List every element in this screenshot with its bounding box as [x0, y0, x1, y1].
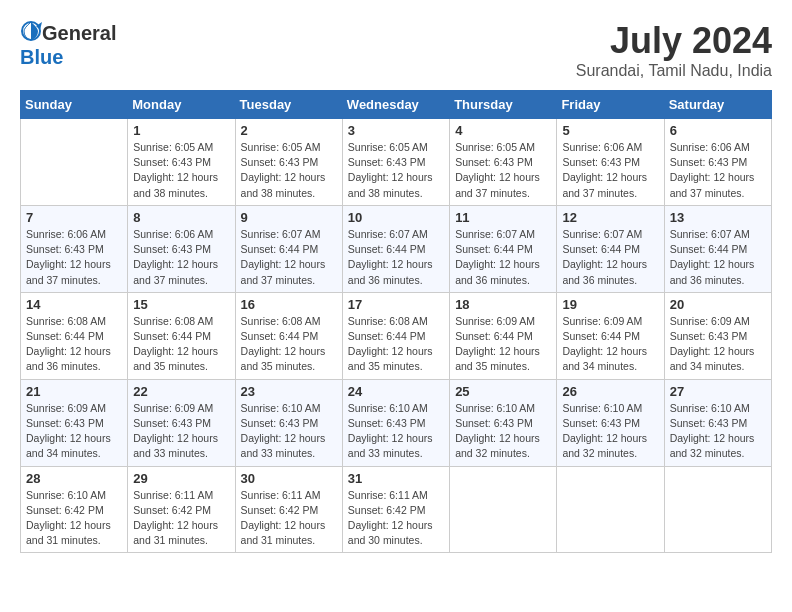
- logo-blue-text: Blue: [20, 46, 63, 69]
- page-header: General Blue July 2024 Surandai, Tamil N…: [20, 20, 772, 80]
- logo: General Blue: [20, 20, 116, 69]
- day-info: Sunrise: 6:09 AMSunset: 6:44 PMDaylight:…: [455, 314, 551, 375]
- title-area: July 2024 Surandai, Tamil Nadu, India: [576, 20, 772, 80]
- day-info: Sunrise: 6:10 AMSunset: 6:43 PMDaylight:…: [562, 401, 658, 462]
- calendar-cell: 19Sunrise: 6:09 AMSunset: 6:44 PMDayligh…: [557, 292, 664, 379]
- calendar-cell: 17Sunrise: 6:08 AMSunset: 6:44 PMDayligh…: [342, 292, 449, 379]
- calendar-cell: 4Sunrise: 6:05 AMSunset: 6:43 PMDaylight…: [450, 119, 557, 206]
- calendar-cell: 26Sunrise: 6:10 AMSunset: 6:43 PMDayligh…: [557, 379, 664, 466]
- calendar-week-4: 21Sunrise: 6:09 AMSunset: 6:43 PMDayligh…: [21, 379, 772, 466]
- day-number: 14: [26, 297, 122, 312]
- day-number: 20: [670, 297, 766, 312]
- calendar-cell: 10Sunrise: 6:07 AMSunset: 6:44 PMDayligh…: [342, 205, 449, 292]
- calendar-cell: 12Sunrise: 6:07 AMSunset: 6:44 PMDayligh…: [557, 205, 664, 292]
- calendar-cell: 22Sunrise: 6:09 AMSunset: 6:43 PMDayligh…: [128, 379, 235, 466]
- weekday-header-sunday: Sunday: [21, 91, 128, 119]
- calendar-cell: 9Sunrise: 6:07 AMSunset: 6:44 PMDaylight…: [235, 205, 342, 292]
- day-info: Sunrise: 6:05 AMSunset: 6:43 PMDaylight:…: [241, 140, 337, 201]
- day-number: 4: [455, 123, 551, 138]
- day-info: Sunrise: 6:08 AMSunset: 6:44 PMDaylight:…: [241, 314, 337, 375]
- day-info: Sunrise: 6:05 AMSunset: 6:43 PMDaylight:…: [133, 140, 229, 201]
- calendar-cell: 23Sunrise: 6:10 AMSunset: 6:43 PMDayligh…: [235, 379, 342, 466]
- calendar-cell: 14Sunrise: 6:08 AMSunset: 6:44 PMDayligh…: [21, 292, 128, 379]
- calendar-cell: 3Sunrise: 6:05 AMSunset: 6:43 PMDaylight…: [342, 119, 449, 206]
- day-number: 10: [348, 210, 444, 225]
- calendar-cell: 28Sunrise: 6:10 AMSunset: 6:42 PMDayligh…: [21, 466, 128, 553]
- day-number: 28: [26, 471, 122, 486]
- day-number: 15: [133, 297, 229, 312]
- day-number: 12: [562, 210, 658, 225]
- day-number: 11: [455, 210, 551, 225]
- day-info: Sunrise: 6:06 AMSunset: 6:43 PMDaylight:…: [562, 140, 658, 201]
- day-number: 19: [562, 297, 658, 312]
- day-number: 3: [348, 123, 444, 138]
- day-number: 16: [241, 297, 337, 312]
- day-info: Sunrise: 6:11 AMSunset: 6:42 PMDaylight:…: [241, 488, 337, 549]
- calendar-cell: 6Sunrise: 6:06 AMSunset: 6:43 PMDaylight…: [664, 119, 771, 206]
- day-number: 18: [455, 297, 551, 312]
- day-info: Sunrise: 6:09 AMSunset: 6:43 PMDaylight:…: [670, 314, 766, 375]
- calendar-cell: 21Sunrise: 6:09 AMSunset: 6:43 PMDayligh…: [21, 379, 128, 466]
- calendar-cell: 24Sunrise: 6:10 AMSunset: 6:43 PMDayligh…: [342, 379, 449, 466]
- calendar-cell: [664, 466, 771, 553]
- day-info: Sunrise: 6:06 AMSunset: 6:43 PMDaylight:…: [26, 227, 122, 288]
- logo-icon: [20, 20, 42, 46]
- calendar-cell: 1Sunrise: 6:05 AMSunset: 6:43 PMDaylight…: [128, 119, 235, 206]
- calendar-cell: 29Sunrise: 6:11 AMSunset: 6:42 PMDayligh…: [128, 466, 235, 553]
- day-info: Sunrise: 6:10 AMSunset: 6:42 PMDaylight:…: [26, 488, 122, 549]
- day-info: Sunrise: 6:10 AMSunset: 6:43 PMDaylight:…: [670, 401, 766, 462]
- calendar-cell: 15Sunrise: 6:08 AMSunset: 6:44 PMDayligh…: [128, 292, 235, 379]
- day-info: Sunrise: 6:06 AMSunset: 6:43 PMDaylight:…: [670, 140, 766, 201]
- day-info: Sunrise: 6:08 AMSunset: 6:44 PMDaylight:…: [26, 314, 122, 375]
- calendar-week-1: 1Sunrise: 6:05 AMSunset: 6:43 PMDaylight…: [21, 119, 772, 206]
- day-number: 27: [670, 384, 766, 399]
- day-number: 17: [348, 297, 444, 312]
- calendar-cell: 7Sunrise: 6:06 AMSunset: 6:43 PMDaylight…: [21, 205, 128, 292]
- day-number: 8: [133, 210, 229, 225]
- day-info: Sunrise: 6:07 AMSunset: 6:44 PMDaylight:…: [670, 227, 766, 288]
- calendar-cell: 16Sunrise: 6:08 AMSunset: 6:44 PMDayligh…: [235, 292, 342, 379]
- calendar-cell: [450, 466, 557, 553]
- weekday-header-friday: Friday: [557, 91, 664, 119]
- day-info: Sunrise: 6:05 AMSunset: 6:43 PMDaylight:…: [455, 140, 551, 201]
- calendar-cell: 18Sunrise: 6:09 AMSunset: 6:44 PMDayligh…: [450, 292, 557, 379]
- day-info: Sunrise: 6:05 AMSunset: 6:43 PMDaylight:…: [348, 140, 444, 201]
- weekday-header-thursday: Thursday: [450, 91, 557, 119]
- weekday-header-monday: Monday: [128, 91, 235, 119]
- day-number: 24: [348, 384, 444, 399]
- day-info: Sunrise: 6:10 AMSunset: 6:43 PMDaylight:…: [348, 401, 444, 462]
- calendar-table: SundayMondayTuesdayWednesdayThursdayFrid…: [20, 90, 772, 553]
- calendar-cell: [21, 119, 128, 206]
- day-info: Sunrise: 6:07 AMSunset: 6:44 PMDaylight:…: [455, 227, 551, 288]
- calendar-cell: 20Sunrise: 6:09 AMSunset: 6:43 PMDayligh…: [664, 292, 771, 379]
- day-number: 25: [455, 384, 551, 399]
- day-number: 21: [26, 384, 122, 399]
- calendar-cell: 27Sunrise: 6:10 AMSunset: 6:43 PMDayligh…: [664, 379, 771, 466]
- calendar-body: 1Sunrise: 6:05 AMSunset: 6:43 PMDaylight…: [21, 119, 772, 553]
- calendar-week-5: 28Sunrise: 6:10 AMSunset: 6:42 PMDayligh…: [21, 466, 772, 553]
- calendar-cell: [557, 466, 664, 553]
- calendar-cell: 30Sunrise: 6:11 AMSunset: 6:42 PMDayligh…: [235, 466, 342, 553]
- calendar-cell: 13Sunrise: 6:07 AMSunset: 6:44 PMDayligh…: [664, 205, 771, 292]
- calendar-week-3: 14Sunrise: 6:08 AMSunset: 6:44 PMDayligh…: [21, 292, 772, 379]
- day-info: Sunrise: 6:07 AMSunset: 6:44 PMDaylight:…: [348, 227, 444, 288]
- calendar-cell: 31Sunrise: 6:11 AMSunset: 6:42 PMDayligh…: [342, 466, 449, 553]
- day-info: Sunrise: 6:09 AMSunset: 6:44 PMDaylight:…: [562, 314, 658, 375]
- day-info: Sunrise: 6:10 AMSunset: 6:43 PMDaylight:…: [241, 401, 337, 462]
- day-info: Sunrise: 6:11 AMSunset: 6:42 PMDaylight:…: [348, 488, 444, 549]
- day-number: 7: [26, 210, 122, 225]
- weekday-header-wednesday: Wednesday: [342, 91, 449, 119]
- calendar-cell: 8Sunrise: 6:06 AMSunset: 6:43 PMDaylight…: [128, 205, 235, 292]
- weekday-header-saturday: Saturday: [664, 91, 771, 119]
- day-number: 22: [133, 384, 229, 399]
- day-number: 26: [562, 384, 658, 399]
- calendar-cell: 11Sunrise: 6:07 AMSunset: 6:44 PMDayligh…: [450, 205, 557, 292]
- day-number: 2: [241, 123, 337, 138]
- weekday-header-tuesday: Tuesday: [235, 91, 342, 119]
- day-number: 13: [670, 210, 766, 225]
- day-info: Sunrise: 6:11 AMSunset: 6:42 PMDaylight:…: [133, 488, 229, 549]
- calendar-cell: 25Sunrise: 6:10 AMSunset: 6:43 PMDayligh…: [450, 379, 557, 466]
- day-info: Sunrise: 6:08 AMSunset: 6:44 PMDaylight:…: [133, 314, 229, 375]
- day-info: Sunrise: 6:08 AMSunset: 6:44 PMDaylight:…: [348, 314, 444, 375]
- day-info: Sunrise: 6:07 AMSunset: 6:44 PMDaylight:…: [241, 227, 337, 288]
